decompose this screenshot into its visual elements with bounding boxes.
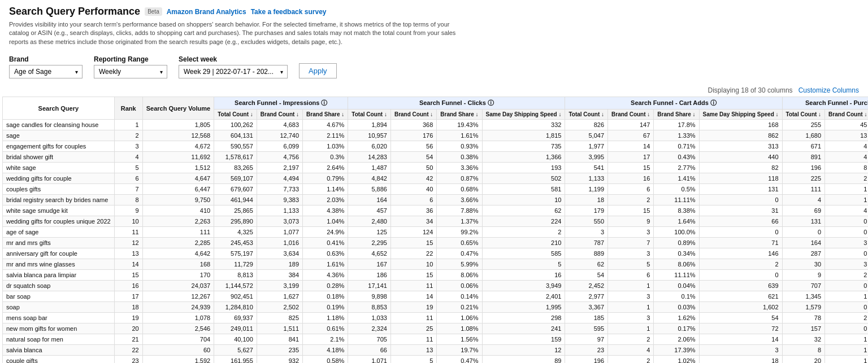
cell-ca-sdss: 0	[699, 227, 782, 238]
cell-query: natural soap for men	[3, 334, 115, 345]
cell-imp-bc: 1,627	[257, 291, 302, 302]
cell-query: bridal registry search by brides name	[3, 195, 115, 205]
cell-imp-bc: 384	[257, 270, 302, 281]
cell-ca-bs: 0.89%	[654, 238, 699, 248]
col-header-ca-bc[interactable]: Brand Count ↓	[608, 110, 654, 120]
col-header-imp-bc[interactable]: Brand Count ↓	[257, 110, 302, 120]
cell-ca-bc: 14	[608, 141, 654, 152]
cell-ca-tc: 62	[565, 259, 608, 270]
cell-pur-tc: 287	[782, 248, 825, 259]
brand-control: Brand Age of Sage	[9, 55, 83, 78]
week-select[interactable]: Week 29 | 2022-07-17 - 202...	[179, 65, 288, 78]
cell-ca-bc: 6	[608, 270, 654, 281]
amazon-brand-analytics-link[interactable]: Amazon Brand Analytics	[167, 8, 246, 16]
cell-clk-tc: 4,652	[348, 248, 391, 259]
cell-sqv: 24,037	[142, 281, 214, 291]
col-header-clk-sdss[interactable]: Same Day Shipping Speed ↓	[482, 110, 565, 120]
cell-pur-tc: 1,579	[782, 302, 825, 313]
cell-ca-sdss: 3	[699, 345, 782, 356]
col-header-clk-bs[interactable]: Brand Share ↓	[437, 110, 482, 120]
cell-pur-bc: 0	[825, 216, 868, 227]
cell-rank: 12	[114, 238, 142, 248]
cell-clk-bs: 0.06%	[437, 281, 482, 291]
cell-sqv: 1,512	[142, 163, 214, 173]
cell-clk-tc: 9,898	[348, 291, 391, 302]
table-row: soap 18 24,939 1,284,810 2,502 0.19% 8,8…	[3, 302, 869, 313]
feedback-link[interactable]: Take a feedback survey	[251, 8, 327, 16]
cell-imp-tc: 461,944	[214, 195, 257, 205]
cell-ca-tc: 54	[565, 270, 608, 281]
cell-sqv: 4,642	[142, 248, 214, 259]
cell-imp-bs: 4.36%	[303, 270, 348, 281]
col-header-imp-tc[interactable]: Total Count ↓	[214, 110, 257, 120]
col-header-ca-sdss[interactable]: Same Day Shipping Speed ↓	[699, 110, 782, 120]
cell-pur-tc: 4	[782, 195, 825, 205]
cell-clk-tc: 1,033	[348, 313, 391, 323]
cell-imp-tc: 83,265	[214, 163, 257, 173]
apply-button[interactable]: Apply	[299, 63, 337, 78]
cell-ca-bs: 8.38%	[654, 205, 699, 216]
cell-rank: 13	[114, 248, 142, 259]
cell-imp-tc: 569,107	[214, 173, 257, 184]
cell-sqv: 2,263	[142, 216, 214, 227]
cell-pur-bc: 1	[825, 334, 868, 345]
cell-imp-bs: 0.63%	[303, 248, 348, 259]
cell-ca-tc: 179	[565, 205, 608, 216]
cell-clk-bc: 11	[390, 334, 436, 345]
cell-ca-tc: 1,199	[565, 184, 608, 195]
cell-ca-tc: 541	[565, 163, 608, 173]
cell-sqv: 704	[142, 334, 214, 345]
cell-query: dr squatch soap	[3, 281, 115, 291]
cell-imp-bs: 1.03%	[303, 141, 348, 152]
cell-imp-bs: 2.64%	[303, 163, 348, 173]
cell-ca-bc: 2	[608, 334, 654, 345]
cell-ca-tc: 23	[565, 345, 608, 356]
cell-sqv: 9,750	[142, 195, 214, 205]
col-header-ca-bs[interactable]: Brand Share ↓	[654, 110, 699, 120]
cell-ca-bc: 3	[608, 313, 654, 323]
cell-clk-sdss: 2,401	[482, 291, 565, 302]
cell-clk-tc: 705	[348, 334, 391, 345]
reporting-range-select[interactable]: Weekly	[94, 65, 167, 78]
cell-clk-sdss: 241	[482, 323, 565, 334]
cell-ca-tc: 3,995	[565, 152, 608, 163]
page-description: Provides visibility into your search ter…	[9, 20, 461, 46]
cell-imp-bs: 2.03%	[303, 195, 348, 205]
col-header-imp-bs[interactable]: Brand Share ↓	[303, 110, 348, 120]
cell-pur-bc: 2	[825, 313, 868, 323]
cell-sqv: 111	[142, 227, 214, 238]
col-header-pur-bc[interactable]: Brand Count ↓	[825, 110, 868, 120]
cell-clk-bs: 3.66%	[437, 195, 482, 205]
cell-clk-bs: 7.88%	[437, 205, 482, 216]
cell-rank: 20	[114, 323, 142, 334]
col-header-pur-tc[interactable]: Total Count ↓	[782, 110, 825, 120]
cell-ca-tc: 2,452	[565, 281, 608, 291]
cell-query: wedding gifts for couples unique 2022	[3, 216, 115, 227]
cell-clk-bc: 22	[390, 248, 436, 259]
cell-clk-sdss: 3,949	[482, 281, 565, 291]
col-header-clk-bc[interactable]: Brand Count ↓	[390, 110, 436, 120]
cell-ca-tc: 889	[565, 248, 608, 259]
cell-pur-bc: 2	[825, 173, 868, 184]
cell-ca-bc: 15	[608, 163, 654, 173]
displaying-info: Displaying 18 of 30 columns	[708, 86, 793, 94]
cell-ca-bc: 3	[608, 291, 654, 302]
group-header-purchases: Search Funnel - Purchases ⓘ	[782, 97, 868, 110]
brand-select[interactable]: Age of Sage	[9, 65, 83, 78]
cell-rank: 19	[114, 313, 142, 323]
cell-query: new mom gifts for women	[3, 323, 115, 334]
cell-imp-bs: 0.61%	[303, 323, 348, 334]
customize-columns-link[interactable]: Customize Columns	[798, 86, 859, 94]
cell-ca-sdss: 313	[699, 141, 782, 152]
cell-ca-bc: 9	[608, 216, 654, 227]
cell-clk-bs: 99.2%	[437, 227, 482, 238]
table-row: anniversary gift for couple 13 4,642 575…	[3, 248, 869, 259]
cell-imp-tc: 8,813	[214, 270, 257, 281]
cell-clk-tc: 2,480	[348, 216, 391, 227]
cell-sqv: 168	[142, 259, 214, 270]
cell-clk-sdss: 735	[482, 141, 565, 152]
cell-ca-bc: 7	[608, 238, 654, 248]
col-header-clk-tc[interactable]: Total Count ↓	[348, 110, 391, 120]
col-header-ca-tc[interactable]: Total Count ↓	[565, 110, 608, 120]
cell-imp-tc: 249,011	[214, 323, 257, 334]
